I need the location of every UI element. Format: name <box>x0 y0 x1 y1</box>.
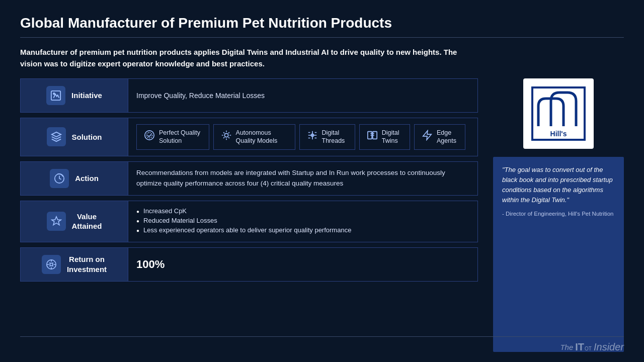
svg-text:Hill's: Hill's <box>550 130 567 138</box>
svg-marker-8 <box>423 131 432 140</box>
action-row: Action Recommendations from models are i… <box>20 161 478 196</box>
dtwin-icon <box>367 130 378 144</box>
solution-icon <box>47 127 66 146</box>
value-row: ValueAttained Increased CpK Reduced Mate… <box>20 201 478 242</box>
initiative-row: Initiative Improve Quality, Reduce Mater… <box>20 78 478 113</box>
value-item-1: Increased CpK <box>136 207 351 215</box>
dt-icon <box>307 130 318 144</box>
hills-logo: Hill's <box>528 83 589 144</box>
initiative-content: Improve Quality, Reduce Material Losses <box>128 78 478 113</box>
solution-item-pqs: Perfect Quality Solution <box>136 124 209 150</box>
footer-insider: Insider <box>594 341 624 353</box>
footer-the: The <box>560 343 573 351</box>
action-content: Recommendations from models are integrat… <box>128 161 478 196</box>
quote-attribution: - Director of Engineering, Hill's Pet Nu… <box>502 211 615 217</box>
solution-label-text: Solution <box>72 132 102 142</box>
value-content: Increased CpK Reduced Material Losses Le… <box>128 201 478 242</box>
footer-logo: IT OT <box>575 341 592 353</box>
action-icon <box>50 169 69 188</box>
value-item-2: Reduced Material Losses <box>136 217 351 224</box>
initiative-label-text: Initiative <box>71 90 102 101</box>
value-icon <box>47 212 66 231</box>
svg-point-4 <box>224 133 228 137</box>
roi-icon <box>42 255 61 274</box>
svg-point-2 <box>145 131 154 140</box>
left-panel: Initiative Improve Quality, Reduce Mater… <box>20 78 478 352</box>
roi-row: Return onInvestment 100% <box>20 247 478 282</box>
footer-ot: OT <box>585 346 592 351</box>
solution-content: Perfect Quality Solution Autonomous Qua <box>128 118 478 156</box>
hills-logo-container: Hill's <box>523 78 594 149</box>
content-area: Initiative Improve Quality, Reduce Mater… <box>20 78 624 352</box>
solution-items: Perfect Quality Solution Autonomous Qua <box>136 124 469 150</box>
quote-box: "The goal was to convert out of the blac… <box>493 157 624 352</box>
solution-item-ea: Edge Agents <box>414 124 465 150</box>
intro-text: Manufacturer of premium pet nutrition pr… <box>20 47 473 69</box>
solution-row: Solution Perfect Qualit <box>20 118 478 156</box>
svg-point-1 <box>53 93 55 95</box>
page-title: Global Manufacturer of Premium Pet Nutri… <box>20 15 624 31</box>
action-label-text: Action <box>75 173 99 184</box>
solution-item-aqm: Autonomous Quality Models <box>213 124 295 150</box>
solution-item-dtwin: Digital Twins <box>359 124 410 150</box>
value-label: ValueAttained <box>20 201 128 242</box>
initiative-icon <box>46 86 65 105</box>
pqs-icon <box>144 130 155 144</box>
initiative-label: Initiative <box>20 78 128 113</box>
ea-icon <box>422 130 433 144</box>
roi-content: 100% <box>128 247 478 282</box>
svg-point-11 <box>50 263 53 266</box>
value-label-text: ValueAttained <box>72 212 102 231</box>
solution-item-dt: Digital Threads <box>299 124 355 150</box>
solution-label: Solution <box>20 118 128 156</box>
svg-point-3 <box>147 133 152 138</box>
roi-label: Return onInvestment <box>20 247 128 282</box>
value-list: Increased CpK Reduced Material Losses Le… <box>136 207 351 236</box>
main-container: Global Manufacturer of Premium Pet Nutri… <box>0 0 644 362</box>
right-panel: Hill's "The goal was to convert out of t… <box>493 78 624 352</box>
title-divider <box>20 37 624 38</box>
footer: The IT OT Insider <box>560 341 624 353</box>
footer-it: IT <box>575 341 584 353</box>
roi-label-text: Return onInvestment <box>67 254 107 274</box>
aqm-icon <box>221 130 232 144</box>
bottom-divider <box>20 336 624 337</box>
quote-text: "The goal was to convert out of the blac… <box>502 165 615 206</box>
action-label: Action <box>20 161 128 196</box>
value-item-3: Less experienced operators able to deliv… <box>136 226 351 234</box>
